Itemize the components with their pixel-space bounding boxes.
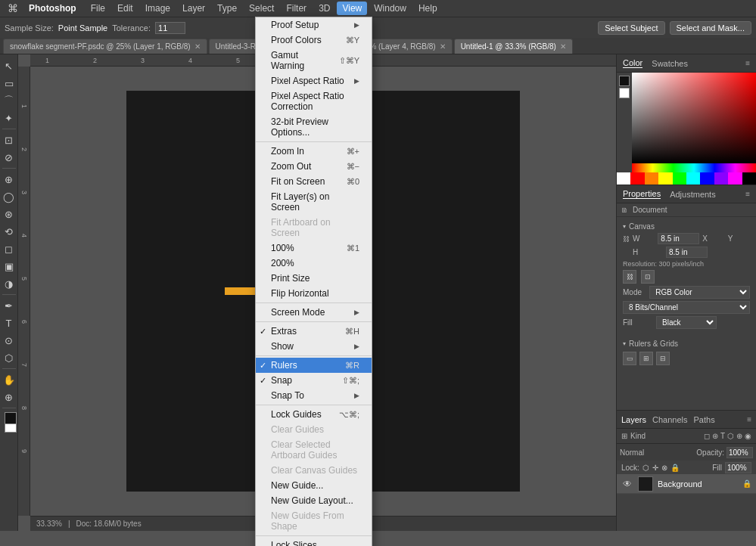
dd-snap[interactable]: Snap ⇧⌘; — [256, 373, 372, 388]
dd-proof-colors[interactable]: Proof Colors ⌘Y — [256, 33, 372, 48]
tab-0[interactable]: snowflake segment-PF.psdc @ 25% (Layer 1… — [3, 39, 207, 54]
tool-clone[interactable]: ⊛ — [1, 206, 17, 222]
tool-move[interactable]: ↖ — [1, 57, 17, 74]
filter-type-icon[interactable]: T — [720, 432, 725, 440]
bg-swatch-small[interactable] — [619, 88, 630, 98]
tab-3-close[interactable]: ✕ — [560, 42, 566, 51]
menu-3d[interactable]: 3D — [313, 2, 335, 15]
dd-flip-horizontal[interactable]: Flip Horizontal — [256, 286, 372, 301]
tool-dodge[interactable]: ◑ — [1, 275, 17, 292]
foreground-color-swatch[interactable] — [5, 412, 17, 424]
tool-eraser[interactable]: ◻ — [1, 240, 17, 257]
tool-history[interactable]: ⟲ — [1, 223, 17, 240]
color-gradient[interactable] — [632, 73, 756, 163]
swatch-black[interactable] — [742, 172, 756, 185]
color-panel-collapse[interactable]: ≡ — [745, 59, 750, 67]
tab-2-close[interactable]: ✕ — [440, 42, 446, 51]
select-mask-button[interactable]: Select and Mask... — [670, 21, 752, 35]
dd-proof-setup[interactable]: Proof Setup — [256, 17, 372, 33]
dd-pixel-aspect[interactable]: Pixel Aspect Ratio — [256, 73, 372, 88]
swatch-white[interactable] — [617, 172, 630, 185]
channels-tab[interactable]: Channels — [652, 415, 687, 424]
swatch-magenta[interactable] — [728, 172, 742, 185]
tool-zoom[interactable]: ⊕ — [1, 389, 17, 405]
tool-lasso[interactable]: ⌒ — [1, 92, 17, 109]
dd-200[interactable]: 200% — [256, 256, 372, 271]
menu-type[interactable]: Type — [212, 2, 242, 15]
layers-tab[interactable]: Layers — [621, 415, 646, 424]
canvas-size-btn[interactable]: ⊡ — [641, 270, 655, 284]
tool-brush[interactable]: ◯ — [1, 188, 17, 205]
properties-tab[interactable]: Properties — [623, 189, 661, 199]
filter-smart-icon[interactable]: ⊕ — [736, 432, 742, 440]
grid-icon-btn[interactable]: ⊞ — [639, 352, 653, 365]
dd-32bit-preview[interactable]: 32-bit Preview Options... — [256, 114, 372, 140]
swatch-blue[interactable] — [700, 172, 714, 185]
document-sub-tab[interactable]: Document — [633, 206, 667, 214]
fill-input[interactable] — [725, 462, 751, 473]
layer-visibility-icon[interactable]: 👁 — [621, 478, 633, 490]
swatch-violet[interactable] — [714, 172, 728, 185]
dd-print-size[interactable]: Print Size — [256, 271, 372, 286]
dd-new-guide-layout[interactable]: New Guide Layout... — [256, 493, 372, 508]
tool-path[interactable]: ⊙ — [1, 332, 17, 349]
apple-menu[interactable]: ⌘ — [6, 2, 20, 15]
dd-lock-slices[interactable]: Lock Slices — [256, 538, 372, 546]
lock-all-icon[interactable]: 🔒 — [670, 464, 680, 472]
fg-swatch-small[interactable] — [619, 76, 630, 86]
lock-px-icon[interactable]: ⬡ — [642, 464, 649, 472]
swatch-red[interactable] — [630, 172, 644, 185]
filter-toggle[interactable]: ◉ — [745, 432, 751, 440]
swatch-green[interactable] — [673, 172, 686, 185]
lock-art-icon[interactable]: ⊗ — [661, 464, 667, 472]
link-btn[interactable]: ⛓ — [623, 270, 636, 284]
filter-shape-icon[interactable]: ⬡ — [727, 432, 734, 440]
swatch-cyan[interactable] — [686, 172, 700, 185]
dd-extras[interactable]: Extras ⌘H — [256, 324, 372, 339]
snap-icon-btn[interactable]: ⊟ — [656, 352, 670, 365]
tool-shape[interactable]: ⬡ — [1, 349, 17, 366]
dd-zoom-in[interactable]: Zoom In ⌘+ — [256, 144, 372, 159]
dd-pixel-aspect-correction[interactable]: Pixel Aspect Ratio Correction — [256, 88, 372, 114]
color-hue-strip[interactable] — [632, 163, 756, 172]
swatches-tab[interactable]: Swatches — [652, 59, 688, 68]
dd-rulers[interactable]: Rulers ⌘R — [256, 358, 372, 373]
tool-heal[interactable]: ⊕ — [1, 171, 17, 188]
tool-type[interactable]: T — [1, 315, 17, 331]
tolerance-input[interactable] — [155, 22, 185, 34]
ruler-icon-btn[interactable]: ▭ — [623, 352, 636, 365]
menu-view[interactable]: View — [337, 2, 367, 15]
menu-file[interactable]: File — [86, 2, 110, 15]
fill-select[interactable]: Black — [656, 316, 717, 329]
lock-move-icon[interactable]: ✛ — [652, 464, 658, 472]
height-input[interactable] — [666, 247, 708, 258]
dd-gamut-warning[interactable]: Gamut Warning ⇧⌘Y — [256, 48, 372, 73]
dd-zoom-out[interactable]: Zoom Out ⌘− — [256, 159, 372, 174]
tool-magic-wand[interactable]: ✦ — [1, 110, 17, 126]
menu-layer[interactable]: Layer — [177, 2, 210, 15]
select-subject-button[interactable]: Select Subject — [598, 21, 664, 35]
opacity-input[interactable] — [726, 447, 753, 458]
tool-crop[interactable]: ⊡ — [1, 132, 17, 148]
width-input[interactable] — [658, 233, 699, 244]
swatch-orange[interactable] — [645, 172, 658, 185]
dd-screen-mode[interactable]: Screen Mode — [256, 305, 372, 320]
tool-hand[interactable]: ✋ — [1, 371, 17, 388]
tab-0-close[interactable]: ✕ — [194, 42, 201, 51]
dd-lock-guides[interactable]: Lock Guides ⌥⌘; — [256, 407, 372, 422]
menu-window[interactable]: Window — [369, 2, 412, 15]
bit-depth-select[interactable]: 8 Bits/Channel — [623, 301, 750, 314]
swatch-yellow[interactable] — [658, 172, 672, 185]
filter-adj-icon[interactable]: ⊛ — [712, 432, 718, 440]
dd-show[interactable]: Show — [256, 339, 372, 354]
mode-select[interactable]: RGB Color — [649, 286, 750, 299]
menu-filter[interactable]: Filter — [281, 2, 312, 15]
tool-marquee[interactable]: ▭ — [1, 75, 17, 92]
layer-row-background[interactable]: 👁 Background 🔒 — [617, 474, 756, 494]
tool-pen[interactable]: ✒ — [1, 297, 17, 314]
adjustments-tab[interactable]: Adjustments — [670, 190, 716, 199]
tab-3[interactable]: Untitled-1 @ 33.3% (RGB/8) ✕ — [454, 39, 573, 54]
tool-gradient[interactable]: ▣ — [1, 258, 17, 275]
paths-tab[interactable]: Paths — [694, 415, 715, 424]
layers-panel-collapse[interactable]: ≡ — [747, 415, 751, 423]
